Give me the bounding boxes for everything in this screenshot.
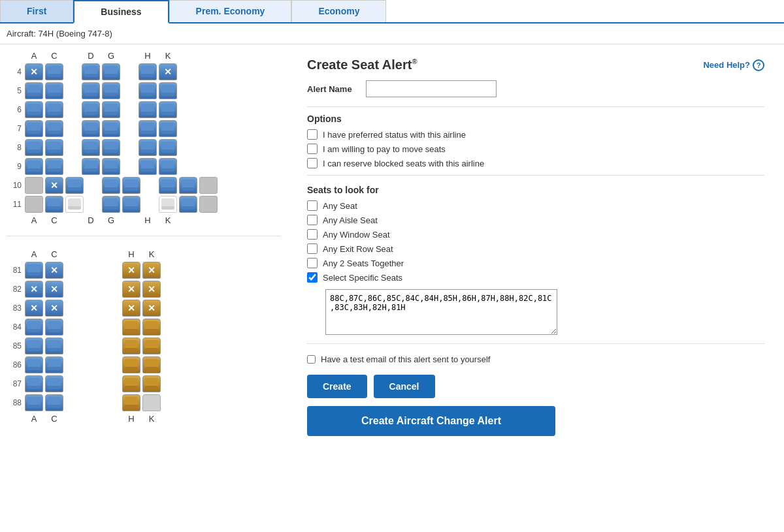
seat-9c[interactable] [45,158,63,175]
seat-86k[interactable] [142,356,161,373]
seat-5k[interactable] [159,82,177,99]
seat-84c[interactable] [45,319,63,336]
seat-88h[interactable] [122,394,140,411]
seat-5c[interactable] [45,82,63,99]
seat-8c[interactable] [45,139,63,156]
seat-11h[interactable] [159,196,177,213]
seat-8k[interactable] [159,139,177,156]
seat-11g[interactable] [122,196,140,213]
seat-10h[interactable] [159,177,177,194]
seat-6h[interactable] [139,101,157,118]
seat-87h[interactable] [122,375,140,392]
create-button[interactable]: Create [307,375,367,398]
seat-82c[interactable]: ✕ [45,281,63,298]
test-email-checkbox[interactable] [307,355,316,364]
seat-83k[interactable]: ✕ [142,300,161,317]
aircraft-change-button[interactable]: Create Aircraft Change Alert [307,406,555,436]
specific-seats-textarea[interactable]: 88C,87C,86C,85C,84C,84H,85H,86H,87H,88H,… [325,289,557,335]
seat-9g[interactable] [102,158,120,175]
seat-2-together-checkbox[interactable] [307,258,318,268]
seat-88c[interactable] [45,394,63,411]
alert-name-input[interactable] [366,80,497,97]
seat-85c[interactable] [45,337,63,354]
seat-6g[interactable] [102,101,120,118]
seat-83a[interactable]: ✕ [25,300,43,317]
seat-81c[interactable]: ✕ [45,262,63,279]
need-help-link[interactable]: Need Help? ? [703,59,764,71]
seat-aisle-checkbox[interactable] [307,215,318,225]
seat-88k[interactable] [142,394,161,411]
seat-82k[interactable]: ✕ [142,281,161,298]
seat-84k[interactable] [142,319,161,336]
option-reserve-blocked-checkbox[interactable] [307,158,318,168]
seat-10g[interactable] [122,177,140,194]
cancel-button[interactable]: Cancel [374,375,435,398]
option-preferred-status-checkbox[interactable] [307,129,318,140]
seat-82a[interactable]: ✕ [25,281,43,298]
seat-7a[interactable] [25,120,43,137]
seat-9d[interactable] [82,158,100,175]
seat-11k[interactable] [179,196,197,213]
seat-81a[interactable] [25,262,43,279]
seat-8d[interactable] [82,139,100,156]
seat-5d[interactable] [82,82,100,99]
seat-83h[interactable]: ✕ [122,300,140,317]
seat-87c[interactable] [45,375,63,392]
seat-5g[interactable] [102,82,120,99]
seat-83c[interactable]: ✕ [45,300,63,317]
seat-4k[interactable]: ✕ [159,63,177,80]
seat-10d[interactable] [102,177,120,194]
seat-81k[interactable]: ✕ [142,262,161,279]
seat-5a[interactable] [25,82,43,99]
seat-6d[interactable] [82,101,100,118]
seat-8a[interactable] [25,139,43,156]
seat-8h[interactable] [139,139,157,156]
seat-7h[interactable] [139,120,157,137]
seat-9h[interactable] [139,158,157,175]
seat-86c[interactable] [45,356,63,373]
seat-8g[interactable] [102,139,120,156]
seat-7d[interactable] [82,120,100,137]
seat-9a[interactable] [25,158,43,175]
seat-11d[interactable] [102,196,120,213]
seat-7g[interactable] [102,120,120,137]
seat-exit-row-checkbox[interactable] [307,243,318,254]
seat-window-checkbox[interactable] [307,229,318,240]
seat-84a[interactable] [25,319,43,336]
seat-82h[interactable]: ✕ [122,281,140,298]
seat-87k[interactable] [142,375,161,392]
seat-11c[interactable] [65,196,84,213]
seat-9k[interactable] [159,158,177,175]
seat-84h[interactable] [122,319,140,336]
seat-81h[interactable]: ✕ [122,262,140,279]
seat-10a2[interactable]: ✕ [45,177,63,194]
seat-6a[interactable] [25,101,43,118]
seat-specific-checkbox[interactable] [307,272,318,283]
seat-5h[interactable] [139,82,157,99]
tab-first[interactable]: First [0,0,73,22]
tab-business[interactable]: Business [73,0,169,23]
seat-4d[interactable] [82,63,100,80]
seat-86h[interactable] [122,356,140,373]
tab-economy[interactable]: Economy [291,0,386,22]
seat-6k[interactable] [159,101,177,118]
seat-85h[interactable] [122,337,140,354]
seat-4g[interactable] [102,63,120,80]
seat-any-checkbox[interactable] [307,200,318,211]
seat-85a[interactable] [25,337,43,354]
seat-11a2[interactable] [45,196,63,213]
option-pay-to-move-checkbox[interactable] [307,144,318,154]
seat-86a[interactable] [25,356,43,373]
seat-87a[interactable] [25,375,43,392]
seat-85k[interactable] [142,337,161,354]
seat-6c[interactable] [45,101,63,118]
seat-4h[interactable] [139,63,157,80]
seat-88a[interactable] [25,394,43,411]
seat-10c[interactable] [65,177,84,194]
seat-7k[interactable] [159,120,177,137]
seat-4c[interactable] [45,63,63,80]
tab-prem-economy[interactable]: Prem. Economy [169,0,292,22]
seat-7c[interactable] [45,120,63,137]
seat-10k[interactable] [179,177,197,194]
seat-4a[interactable]: ✕ [25,63,43,80]
